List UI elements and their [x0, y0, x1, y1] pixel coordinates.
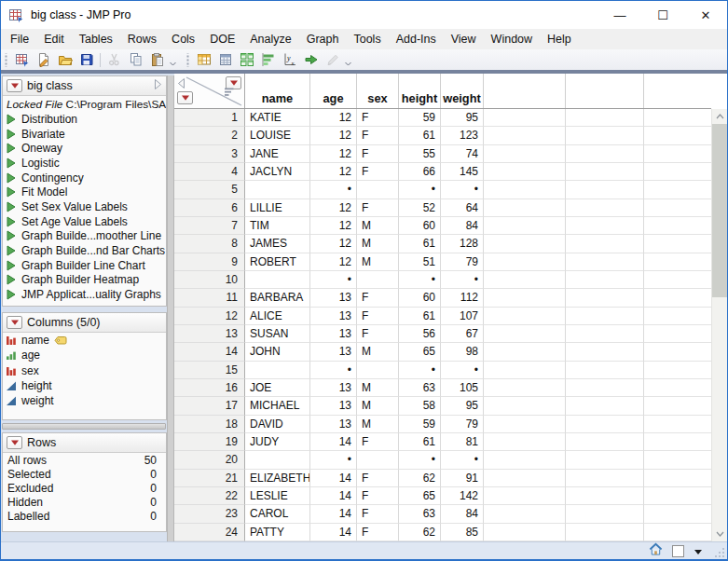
script-item[interactable]: Fit Model [3, 185, 166, 199]
cell-empty[interactable] [566, 433, 644, 451]
cell-empty[interactable] [644, 343, 711, 361]
cell-sex[interactable]: F [357, 145, 399, 163]
cell-sex[interactable]: F [357, 127, 399, 144]
cell-sex[interactable]: F [357, 163, 399, 181]
row-number-cell[interactable]: 6 [174, 199, 245, 217]
cell-age[interactable]: • [310, 362, 357, 379]
panel-splitter[interactable] [2, 423, 166, 430]
cell-empty[interactable] [644, 416, 711, 433]
column-header-empty[interactable] [484, 74, 566, 108]
cell-name[interactable]: PATTY [245, 524, 310, 541]
open-button[interactable] [54, 50, 76, 69]
menu-rows[interactable]: Rows [120, 29, 164, 49]
cell-weight[interactable]: 98 [441, 343, 484, 361]
menu-cols[interactable]: Cols [164, 29, 202, 49]
cell-weight[interactable]: 95 [441, 397, 484, 415]
cell-empty[interactable] [566, 379, 644, 397]
cell-sex[interactable]: F [357, 325, 399, 343]
menu-help[interactable]: Help [540, 29, 579, 49]
cell-empty[interactable] [566, 145, 644, 163]
script-item[interactable]: Oneway [3, 141, 166, 156]
cell-sex[interactable]: M [357, 379, 399, 397]
cell-age[interactable]: • [310, 271, 357, 289]
cell-sex[interactable] [357, 271, 399, 289]
cell-sex[interactable]: F [357, 505, 399, 523]
new-data-table-button[interactable] [11, 50, 33, 69]
cell-empty[interactable] [484, 271, 566, 289]
cell-empty[interactable] [644, 253, 711, 271]
fit-y-by-x-button[interactable]: yx [279, 50, 300, 69]
cell-height[interactable]: 66 [399, 163, 441, 181]
script-item[interactable]: Contingency [3, 171, 166, 185]
cell-empty[interactable] [566, 397, 644, 415]
row-number-cell[interactable]: 5 [174, 181, 245, 198]
cell-empty[interactable] [644, 127, 711, 144]
cell-name[interactable]: DAVID [245, 416, 310, 433]
cell-sex[interactable]: F [357, 199, 399, 217]
cell-weight[interactable]: • [441, 181, 484, 198]
cell-height[interactable]: 65 [399, 487, 441, 505]
cell-name[interactable]: JACLYN [245, 163, 310, 181]
cell-height[interactable]: 60 [399, 217, 441, 235]
row-number-cell[interactable]: 12 [174, 308, 245, 325]
cell-empty[interactable] [566, 235, 644, 253]
cell-weight[interactable]: 85 [441, 524, 484, 541]
cell-sex[interactable] [357, 451, 399, 469]
row-number-cell[interactable]: 17 [174, 397, 245, 415]
cell-height[interactable]: 61 [399, 433, 441, 451]
row-number-cell[interactable]: 21 [174, 470, 245, 487]
cell-empty[interactable] [644, 397, 711, 415]
cell-empty[interactable] [566, 487, 644, 505]
cell-weight[interactable]: 95 [441, 109, 484, 127]
script-item[interactable]: Distribution [3, 112, 166, 127]
cell-name[interactable] [245, 271, 310, 289]
cell-age[interactable]: 12 [310, 217, 357, 235]
menu-addins[interactable]: Add-Ins [389, 29, 444, 49]
cell-weight[interactable]: • [441, 451, 484, 469]
cell-name[interactable]: JANE [245, 145, 310, 163]
cell-name[interactable]: LILLIE [245, 199, 310, 217]
cell-empty[interactable] [566, 325, 644, 343]
cell-name[interactable]: ROBERT [245, 253, 310, 271]
cell-name[interactable]: JAMES [245, 235, 310, 253]
cell-empty[interactable] [566, 505, 644, 523]
cell-sex[interactable]: F [357, 308, 399, 325]
cell-name[interactable] [245, 181, 310, 198]
status-swatch[interactable] [672, 545, 684, 557]
cell-empty[interactable] [644, 433, 711, 451]
menu-file[interactable]: File [3, 29, 36, 49]
script-item[interactable]: Graph Builder Heatmap [3, 273, 166, 288]
row-number-cell[interactable]: 9 [174, 253, 245, 271]
column-header-empty[interactable] [566, 74, 644, 108]
toolbar-drag-handle[interactable] [185, 53, 190, 67]
cell-name[interactable]: KATIE [245, 109, 310, 127]
panel-expand-icon[interactable] [154, 78, 162, 93]
cell-empty[interactable] [644, 470, 711, 487]
cell-age[interactable]: 14 [310, 505, 357, 523]
cell-height[interactable]: • [399, 451, 441, 469]
menu-edit[interactable]: Edit [36, 29, 72, 49]
maximize-button[interactable]: ☐ [641, 1, 684, 29]
cell-empty[interactable] [484, 416, 566, 433]
cell-empty[interactable] [644, 524, 711, 541]
cell-weight[interactable]: 91 [441, 470, 484, 487]
cell-sex[interactable]: F [357, 487, 399, 505]
cell-name[interactable]: ALICE [245, 308, 310, 325]
cell-empty[interactable] [644, 181, 711, 198]
cell-empty[interactable] [644, 163, 711, 181]
column-header-age[interactable]: age [310, 74, 357, 108]
scrollbar-thumb[interactable] [712, 124, 727, 297]
cell-empty[interactable] [644, 308, 711, 325]
script-item[interactable]: Set Sex Value Labels [3, 199, 166, 214]
cell-empty[interactable] [644, 235, 711, 253]
cell-name[interactable]: ELIZABETH [245, 470, 310, 487]
cell-height[interactable]: 63 [399, 379, 441, 397]
scroll-down-button[interactable] [712, 527, 727, 541]
cell-empty[interactable] [484, 325, 566, 343]
row-number-cell[interactable]: 1 [174, 109, 245, 127]
cell-weight[interactable]: 105 [441, 379, 484, 397]
arrange-windows-button[interactable] [236, 50, 257, 69]
cell-height[interactable]: • [399, 181, 441, 198]
cell-age[interactable]: 12 [310, 235, 357, 253]
script-item[interactable]: Logistic [3, 156, 166, 171]
